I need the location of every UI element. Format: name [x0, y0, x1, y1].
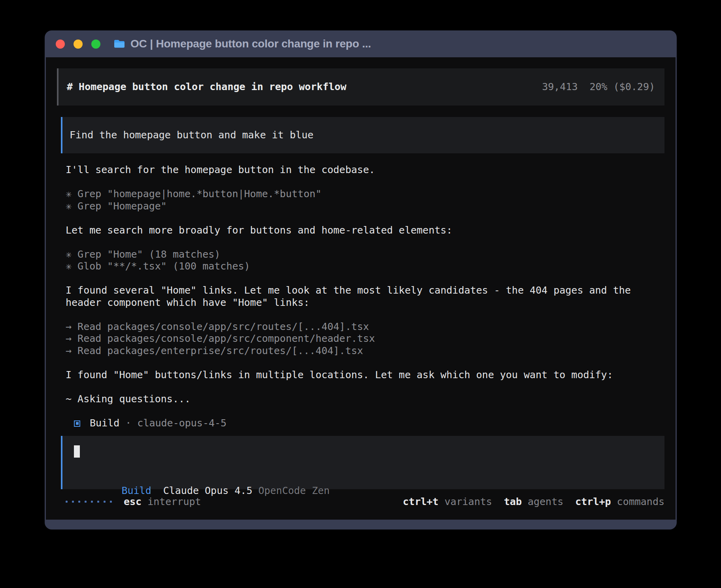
blank-line [66, 381, 664, 393]
assistant-text-line: I'll search for the homepage button in t… [66, 164, 664, 176]
hint-key: esc [124, 496, 142, 507]
assistant-transcript: I'll search for the homepage button in t… [66, 164, 664, 429]
separator-dot: · [125, 417, 131, 429]
context-percent: 20% [589, 81, 607, 93]
session-cost: ($0.29) [613, 81, 655, 93]
spinner-dot [72, 501, 74, 503]
assistant-text-line: I found several "Home" links. Let me loo… [66, 285, 664, 297]
blank-line [66, 273, 664, 285]
agent-name: Build [90, 417, 119, 429]
keyboard-hint: ctrl+pcommands [575, 496, 664, 508]
file-read-line: → Read packages/console/app/src/componen… [66, 333, 664, 345]
hint-key: ctrl+t [403, 496, 438, 507]
spinner-dot [97, 501, 99, 503]
active-agent-label: Build [121, 485, 151, 496]
window-titlebar[interactable]: OC | Homepage button color change in rep… [45, 30, 677, 57]
model-provider-label: OpenCode Zen [258, 485, 330, 496]
user-message-text: Find the homepage button and make it blu… [70, 129, 313, 141]
busy-spinner [66, 501, 112, 503]
hint-label: variants [444, 496, 492, 507]
hint-label: interrupt [147, 496, 201, 507]
file-read-line: → Read packages/enterprise/src/routes/[.… [66, 345, 664, 357]
folder-icon [113, 39, 125, 49]
prompt-input[interactable]: BuildClaude Opus 4.5OpenCode Zen [61, 436, 664, 489]
assistant-text-line: I found "Home" buttons/links in multiple… [66, 369, 664, 381]
minimize-button[interactable] [74, 40, 83, 49]
traffic-lights [56, 40, 100, 49]
agent-model-id: claude-opus-4-5 [137, 417, 226, 429]
tool-call-line: ✳ Glob "**/*.tsx" (100 matches) [66, 260, 664, 273]
session-title: # Homepage button color change in repo w… [67, 81, 346, 93]
agent-status-line: Build·claude-opus-4-5 [66, 417, 664, 430]
tool-call-line: ✳ Grep "Home" (18 matches) [66, 249, 664, 261]
assistant-text-line: ~ Asking questions... [66, 393, 664, 405]
file-read-line: → Read packages/console/app/src/routes/[… [66, 321, 664, 333]
spinner-dot [91, 501, 93, 503]
session-stats: 39,413 20% ($0.29) [542, 81, 655, 93]
spinner-dot [66, 501, 68, 503]
spinner-dot [85, 501, 87, 503]
blank-line [66, 176, 664, 188]
status-footer: escinterrupt ctrl+tvariantstabagentsctrl… [57, 496, 664, 508]
tool-call-line: ✳ Grep "homepage|home.*button|Home.*butt… [66, 188, 664, 200]
zoom-button[interactable] [91, 40, 100, 49]
close-button[interactable] [56, 40, 65, 49]
token-count: 39,413 [542, 81, 578, 93]
terminal-window: OC | Homepage button color change in rep… [45, 30, 677, 530]
blank-line [66, 405, 664, 417]
agent-square-icon [74, 420, 80, 427]
assistant-text-line: header component which have "Home" links… [66, 297, 664, 309]
spinner-dot [110, 501, 112, 503]
keyboard-hint: escinterrupt [124, 496, 201, 508]
active-model-label: Claude Opus 4.5 [163, 485, 253, 496]
window-bottom-edge [45, 520, 677, 530]
tool-call-line: ✳ Grep "Homepage" [66, 200, 664, 213]
hint-key: tab [504, 496, 522, 507]
keyboard-hints: ctrl+tvariantstabagentsctrl+pcommands [403, 496, 664, 508]
blank-line [66, 309, 664, 321]
spinner-dot [78, 501, 80, 503]
hint-label: commands [617, 496, 664, 507]
terminal-content: # Homepage button color change in repo w… [46, 57, 676, 520]
hint-key: ctrl+p [575, 496, 611, 507]
blank-line [66, 357, 664, 369]
keyboard-hint: tabagents [504, 496, 563, 508]
hint-label: agents [528, 496, 563, 507]
user-message: Find the homepage button and make it blu… [61, 117, 664, 153]
keyboard-hint: ctrl+tvariants [403, 496, 492, 508]
text-cursor [74, 445, 80, 458]
assistant-text-line: Let me search more broadly for buttons a… [66, 224, 664, 237]
spinner-dot [104, 501, 106, 503]
session-header: # Homepage button color change in repo w… [57, 68, 664, 106]
blank-line [66, 212, 664, 224]
window-title: OC | Homepage button color change in rep… [130, 38, 371, 50]
blank-line [66, 236, 664, 249]
